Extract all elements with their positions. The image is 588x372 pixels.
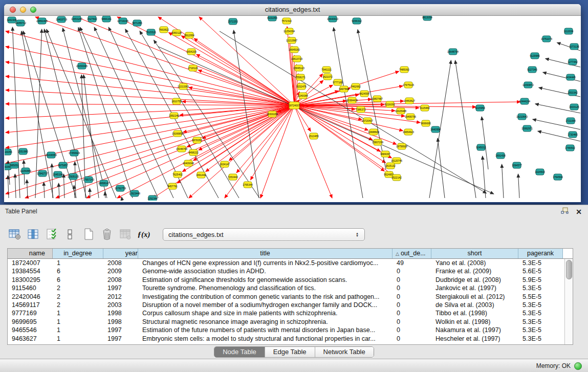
graph-node[interactable]: 7940221 [321,67,332,73]
graph-node[interactable]: 19654923 [403,129,414,135]
graph-node[interactable]: 1094577 [512,162,522,168]
column-header-out_de[interactable]: △out_de... [393,249,431,258]
graph-node[interactable]: 1527602 [87,16,97,22]
graph-node[interactable]: 17975115 [403,82,414,88]
zoom-window-button[interactable] [30,7,36,13]
graph-node[interactable]: 1545194 [53,171,63,178]
graph-hub-node[interactable]: 18724007 [289,102,300,109]
tab-network-table[interactable]: Network Table [315,347,374,357]
graph-node[interactable]: 1112034 [564,28,574,34]
graph-node[interactable]: 3261936 [7,17,17,23]
graph-node[interactable]: 14463627 [404,98,415,104]
graph-node[interactable]: 8813054 [422,16,432,20]
graph-node[interactable]: 19403719 [56,16,67,23]
graph-node[interactable]: 1765344 [243,182,253,188]
graph-node[interactable]: 16640910 [327,16,338,22]
graph-node[interactable]: 10719195 [117,18,128,24]
graph-node[interactable]: 18300295 [267,111,278,117]
column-header-in_degree[interactable]: in_degree [53,249,103,258]
graph-node[interactable]: 12093872 [522,82,534,88]
graph-node[interactable]: 17359924 [69,150,80,156]
graph-node[interactable]: 5878353 [192,137,202,143]
graph-node[interactable]: 17957243 [83,177,94,183]
graph-node[interactable]: 9245012 [476,144,486,150]
graph-node[interactable]: 9457791 [167,183,178,189]
graph-node[interactable]: 19613729 [291,56,302,62]
column-header-pagerank[interactable]: pagerank [518,249,563,258]
column-header-year[interactable]: year [103,249,138,258]
graph-node[interactable]: 16782759 [115,185,126,191]
graph-node[interactable]: 9466161 [101,16,112,22]
graph-node[interactable]: 20153346 [76,63,88,69]
graph-node[interactable]: 385051 [10,162,19,168]
graph-node[interactable]: 10688609 [368,129,379,135]
table-row[interactable]: 1872400712008Changes of HCN gene express… [8,259,573,267]
graph-node[interactable]: 1654209 [186,49,197,55]
tab-edge-table[interactable]: Edge Table [265,347,315,357]
graph-node[interactable]: 1615132 [385,163,396,169]
graph-node[interactable]: 1277442 [568,59,578,65]
graph-node[interactable]: 7386372 [356,106,366,113]
graph-node[interactable]: 1553342 [568,90,578,96]
row-height-icon[interactable] [62,227,78,242]
graph-node[interactable]: 9129966 [530,53,540,59]
graph-node[interactable]: 9115460 [420,105,429,111]
graph-node[interactable]: 10653287 [71,16,82,22]
table-row[interactable]: 977716911998Corpus callosum shape and si… [8,309,573,317]
graph-node[interactable]: 7625402 [172,171,183,178]
graph-node[interactable]: 7663822 [159,27,169,33]
graph-node[interactable]: 1292344 [147,195,158,201]
graph-node[interactable]: 8131054 [267,16,277,21]
function-builder-icon[interactable]: ƒ(x) [136,227,151,242]
graph-node[interactable]: 15751074 [541,36,552,42]
minimize-window-button[interactable] [20,7,26,13]
graph-node[interactable]: 16409348 [183,160,194,166]
graph-node[interactable]: 20206556 [46,152,57,158]
graph-node[interactable]: 7485063 [399,67,409,73]
graph-node[interactable]: 9671355 [132,20,142,26]
graph-node[interactable]: 9152476 [296,83,307,90]
graph-node[interactable]: 12213987 [286,37,297,43]
graph-node[interactable]: 6497568 [339,86,349,92]
graph-node[interactable]: 20364436 [346,97,358,103]
graph-node[interactable]: 2516055 [5,149,12,155]
new-table-icon[interactable] [81,227,96,242]
column-header-short[interactable]: short [431,249,518,258]
graph-node[interactable]: 9156312 [352,18,362,24]
graph-node[interactable]: 15992971 [521,125,533,132]
graph-node[interactable]: 1633125 [569,104,579,110]
graph-node[interactable]: 1691441 [196,172,206,178]
graph-node[interactable]: 2718120 [188,65,198,71]
graph-node[interactable]: 12213363 [178,83,189,90]
table-row[interactable]: 946362711997Embryonic stem cells: a mode… [8,335,573,343]
table-row[interactable]: 1830029562008Estimation of significance … [8,276,573,284]
graph-node[interactable]: 9684067 [380,151,390,157]
graph-node[interactable]: 2051980 [18,148,28,155]
graph-node[interactable]: 15807299 [372,139,383,145]
graph-node[interactable]: 1634147 [220,161,230,167]
graph-node[interactable]: 1073136 [569,43,579,50]
table-row[interactable]: 1456911722003Disruption of a novel membe… [8,301,573,309]
graph-node[interactable]: 9360128 [171,30,182,36]
close-panel-icon[interactable]: ✕ [576,208,582,216]
graph-node[interactable]: 16649160 [289,47,300,53]
graph-node[interactable]: 7572310 [281,18,292,24]
table-row[interactable]: 1938455462009Genome-wide association stu… [8,267,573,275]
graph-node[interactable]: 1640954 [430,126,441,133]
graph-node[interactable]: 7558271 [295,74,306,80]
delete-table-icon[interactable] [99,227,115,242]
column-header-title[interactable]: title [138,249,393,258]
graph-node[interactable]: 11254394 [284,28,295,34]
graph-node[interactable]: 9215954 [475,105,485,111]
graph-node[interactable]: 1730465 [568,132,578,138]
graph-node[interactable]: 1691438 [495,152,506,159]
graph-node[interactable]: 12444194 [519,98,530,104]
table-row[interactable]: 969969511998Structural magnetic resonanc… [8,318,573,326]
graph-node[interactable]: 9777169 [333,79,343,85]
graph-node[interactable]: 1024503 [535,169,545,175]
graph-node[interactable]: 1810755 [171,98,182,104]
graph-node[interactable]: 7253443 [228,174,238,180]
graph-node[interactable]: 1513455 [309,133,319,139]
table-selector-dropdown[interactable]: citations_edges.txt ▴▾ [163,228,365,241]
graph-node[interactable]: 7615526 [146,29,156,35]
